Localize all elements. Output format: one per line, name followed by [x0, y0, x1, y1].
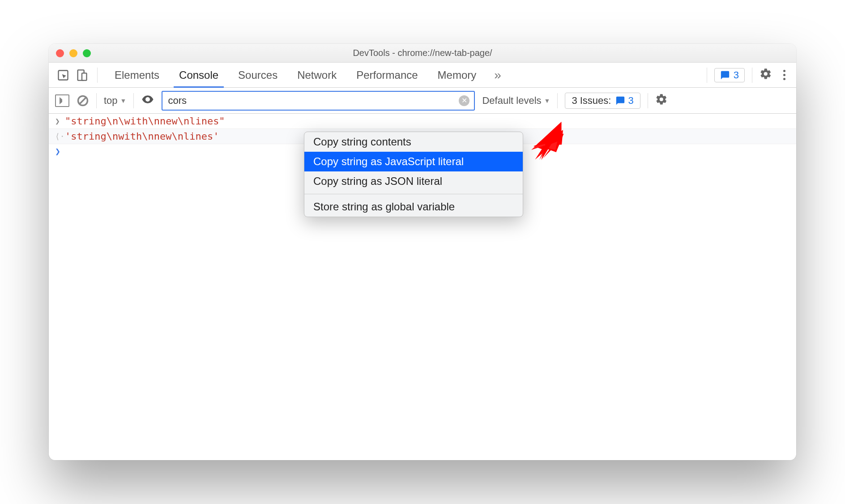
context-selector-label: top: [104, 95, 118, 107]
svg-line-4: [80, 98, 86, 104]
panel-tabs: Elements Console Sources Network Perform…: [105, 63, 486, 87]
tab-elements[interactable]: Elements: [105, 63, 169, 87]
output-chevron-icon: ⟨·: [55, 132, 65, 141]
tab-network[interactable]: Network: [287, 63, 346, 87]
tab-sources[interactable]: Sources: [228, 63, 287, 87]
context-selector[interactable]: top ▼: [104, 95, 126, 107]
issues-button[interactable]: 3 Issues: 3: [565, 93, 640, 109]
prompt-chevron-icon: ❯: [55, 146, 65, 157]
tab-performance[interactable]: Performance: [346, 63, 427, 87]
window-title: DevTools - chrome://new-tab-page/: [49, 48, 796, 58]
inspect-element-icon[interactable]: [55, 67, 71, 83]
more-tabs-icon[interactable]: »: [489, 68, 507, 82]
toggle-drawer-icon[interactable]: [55, 94, 69, 107]
menu-copy-json-literal[interactable]: Copy string as JSON literal: [304, 171, 523, 191]
log-levels-label: Default levels: [482, 95, 541, 107]
filter-input[interactable]: [167, 94, 459, 107]
menu-divider: [304, 194, 523, 194]
svg-rect-2: [82, 73, 87, 80]
live-expression-icon[interactable]: [141, 93, 154, 109]
settings-icon[interactable]: [760, 68, 772, 83]
messages-count: 3: [734, 69, 739, 81]
menu-copy-contents[interactable]: Copy string contents: [304, 132, 523, 152]
menu-copy-js-literal[interactable]: Copy string as JavaScript literal: [304, 152, 523, 171]
main-tabbar: Elements Console Sources Network Perform…: [49, 63, 796, 88]
device-toolbar-icon[interactable]: [74, 67, 90, 83]
console-settings-icon[interactable]: [655, 93, 668, 108]
kebab-menu-icon[interactable]: [778, 70, 790, 80]
messages-badge[interactable]: 3: [714, 68, 745, 82]
log-levels-selector[interactable]: Default levels ▼: [482, 95, 550, 107]
console-body: ❯ "string\n\with\nnew\nlines" ⟨· 'string…: [49, 114, 796, 460]
input-chevron-icon: ❯: [55, 116, 65, 126]
filter-input-wrapper: ✕: [162, 91, 475, 111]
issues-count: 3: [628, 95, 633, 107]
context-menu: Copy string contents Copy string as Java…: [304, 132, 523, 217]
console-input-row[interactable]: ❯ "string\n\with\nnew\nlines": [49, 114, 796, 129]
tab-memory[interactable]: Memory: [428, 63, 487, 87]
console-output-text: 'string\nwith\nnew\nlines': [65, 131, 219, 142]
clear-filter-icon[interactable]: ✕: [459, 95, 469, 106]
issues-label: 3 Issues:: [572, 95, 611, 107]
tab-console[interactable]: Console: [169, 63, 228, 87]
clear-console-icon[interactable]: [77, 94, 89, 107]
console-input-text: "string\n\with\nnew\nlines": [65, 115, 225, 127]
console-toolbar: top ▼ ✕ Default levels ▼ 3 Issues: 3: [49, 88, 796, 114]
titlebar: DevTools - chrome://new-tab-page/: [49, 44, 796, 63]
devtools-window: DevTools - chrome://new-tab-page/ Elemen…: [49, 44, 796, 460]
menu-store-global[interactable]: Store string as global variable: [304, 197, 523, 217]
chevron-down-icon: ▼: [544, 97, 551, 104]
chevron-down-icon: ▼: [120, 97, 127, 104]
